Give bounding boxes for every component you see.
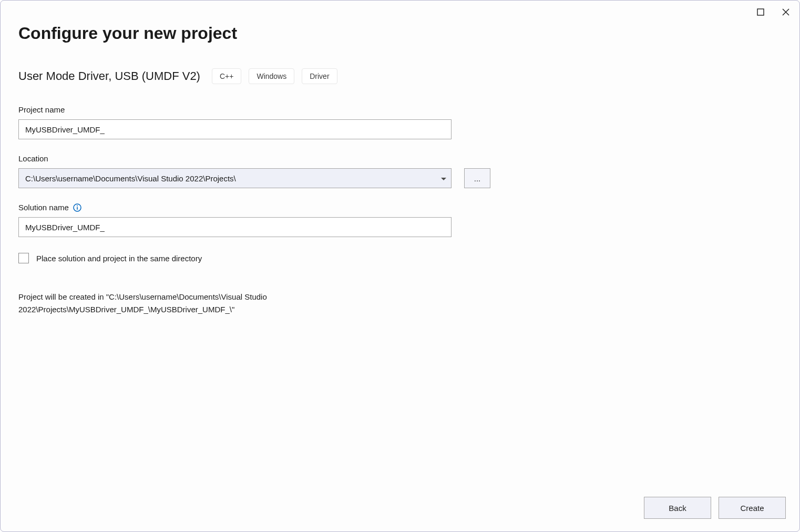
- tag-windows: Windows: [249, 68, 294, 84]
- maximize-button[interactable]: [753, 5, 768, 19]
- solution-name-label: Solution name: [18, 203, 782, 212]
- same-directory-checkbox-row: Place solution and project in the same d…: [18, 253, 782, 263]
- info-icon[interactable]: [73, 203, 81, 212]
- tag-driver: Driver: [302, 68, 337, 84]
- template-header-row: User Mode Driver, USB (UMDF V2) C++ Wind…: [18, 68, 782, 84]
- create-button[interactable]: Create: [719, 497, 786, 519]
- svg-rect-5: [77, 207, 78, 209]
- location-field-group: Location ...: [18, 154, 782, 188]
- svg-point-4: [77, 205, 78, 206]
- location-input[interactable]: [18, 168, 452, 188]
- page-title: Configure your new project: [18, 24, 782, 43]
- path-preview-text: Project will be created in "C:\Users\use…: [18, 291, 452, 316]
- project-name-field-group: Project name: [18, 105, 782, 139]
- solution-name-field-group: Solution name: [18, 203, 782, 237]
- location-combo[interactable]: [18, 168, 452, 188]
- maximize-icon: [757, 8, 764, 16]
- project-name-label: Project name: [18, 105, 782, 114]
- tag-cpp: C++: [212, 68, 241, 84]
- dialog-footer: Back Create: [644, 497, 786, 519]
- window-controls: [753, 5, 793, 19]
- location-row: ...: [18, 168, 782, 188]
- solution-name-input[interactable]: [18, 217, 452, 237]
- location-label: Location: [18, 154, 782, 163]
- same-directory-checkbox[interactable]: [18, 253, 29, 263]
- close-button[interactable]: [778, 5, 793, 19]
- same-directory-checkbox-label: Place solution and project in the same d…: [36, 254, 202, 263]
- template-tags: C++ Windows Driver: [212, 68, 337, 84]
- browse-button[interactable]: ...: [464, 168, 490, 188]
- back-button[interactable]: Back: [644, 497, 711, 519]
- dialog-content: Configure your new project User Mode Dri…: [1, 1, 799, 531]
- svg-rect-0: [757, 9, 764, 15]
- template-name: User Mode Driver, USB (UMDF V2): [18, 69, 200, 83]
- project-name-input[interactable]: [18, 119, 452, 139]
- close-icon: [782, 8, 789, 16]
- dialog-window: Configure your new project User Mode Dri…: [0, 0, 800, 532]
- solution-name-label-text: Solution name: [18, 203, 69, 212]
